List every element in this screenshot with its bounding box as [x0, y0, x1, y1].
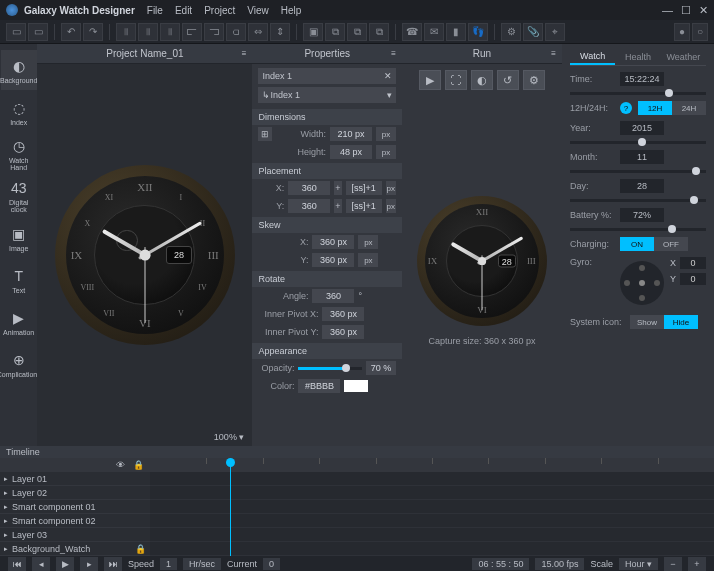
close-button[interactable]: ✕	[699, 4, 708, 17]
layer-row[interactable]: ▸Layer 02	[0, 486, 150, 500]
distribute-v[interactable]: ⇕	[270, 23, 290, 41]
tool-redo[interactable]: ↷	[83, 23, 103, 41]
theme-dark[interactable]: ●	[674, 23, 690, 41]
zoom-out-button[interactable]: −	[664, 557, 682, 571]
skew-y-input[interactable]	[312, 253, 354, 267]
align-top[interactable]: ⫍	[182, 23, 202, 41]
opacity-slider[interactable]	[298, 367, 362, 370]
palette-background[interactable]: ◐Background	[1, 50, 37, 90]
palette-animation[interactable]: ▶Animation	[1, 302, 37, 342]
tool-paste[interactable]: ⧉	[369, 23, 389, 41]
menu-file[interactable]: File	[147, 5, 163, 16]
speed-field[interactable]: 1	[160, 558, 177, 570]
tool-group[interactable]: ▣	[303, 23, 323, 41]
distribute-h[interactable]: ⇔	[248, 23, 268, 41]
layer-row[interactable]: ▸Layer 03	[0, 528, 150, 542]
menu-help[interactable]: Help	[281, 5, 302, 16]
zoom-in-button[interactable]: +	[688, 557, 706, 571]
playhead[interactable]	[230, 458, 231, 556]
section-appearance[interactable]: Appearance	[252, 343, 402, 359]
menu-project[interactable]: Project	[204, 5, 235, 16]
tab-watch[interactable]: Watch	[570, 48, 615, 65]
help-icon[interactable]: ?	[620, 102, 632, 114]
sysicon-hide[interactable]: Hide	[664, 315, 698, 329]
play-button[interactable]: ▶	[419, 70, 441, 90]
height-input[interactable]	[330, 145, 372, 159]
pivot-y-input[interactable]	[322, 325, 364, 339]
align-left[interactable]: ⦀	[116, 23, 136, 41]
index-select[interactable]: Index 1✕	[258, 68, 396, 84]
step-fwd-button[interactable]: ▸	[80, 557, 98, 571]
palette-complications[interactable]: ⊕Complications	[1, 344, 37, 384]
color-swatch[interactable]	[344, 380, 368, 392]
gyro-x[interactable]	[680, 257, 706, 269]
panel-grip-icon[interactable]: ≡	[242, 49, 247, 58]
palette-watch-hand[interactable]: ◷Watch Hand	[1, 134, 37, 174]
minimize-button[interactable]: —	[662, 4, 673, 17]
layer-row[interactable]: ▸Layer 01	[0, 472, 150, 486]
gear-button[interactable]: ⚙	[523, 70, 545, 90]
visibility-icon[interactable]: 👁	[116, 460, 125, 470]
lock-icon[interactable]: 🔒	[133, 460, 144, 470]
tool-new[interactable]: ▭	[6, 23, 26, 41]
current-field[interactable]: 0	[263, 558, 280, 570]
palette-index[interactable]: ◌Index	[1, 92, 37, 132]
opacity-value[interactable]	[366, 361, 396, 375]
skew-x-input[interactable]	[312, 235, 354, 249]
forward-button[interactable]: ⏭	[104, 557, 122, 571]
toggle-12h[interactable]: 12H	[638, 101, 672, 115]
contrast-button[interactable]: ◐	[471, 70, 493, 90]
tab-health[interactable]: Health	[615, 48, 660, 65]
capture-button[interactable]: ⛶	[445, 70, 467, 90]
place-x-input[interactable]	[288, 181, 330, 195]
pivot-x-input[interactable]	[322, 307, 364, 321]
zoom-level[interactable]: 100% ▾	[214, 432, 245, 442]
section-placement[interactable]: Placement	[252, 163, 402, 179]
section-dimensions[interactable]: Dimensions	[252, 109, 402, 125]
lock-ratio-icon[interactable]: ⊞	[258, 127, 272, 141]
tool-battery[interactable]: ▮	[446, 23, 466, 41]
step-back-button[interactable]: ◂	[32, 557, 50, 571]
sysicon-show[interactable]: Show	[630, 315, 664, 329]
align-middle[interactable]: ⫎	[204, 23, 224, 41]
align-center-h[interactable]: ⦀	[138, 23, 158, 41]
charging-on[interactable]: ON	[620, 237, 654, 251]
tool-copy[interactable]: ⧉	[347, 23, 367, 41]
palette-digital-clock[interactable]: 43Digital clock	[1, 176, 37, 216]
index-link[interactable]: ↳ Index 1▾	[258, 87, 396, 103]
day-slider[interactable]	[570, 199, 706, 202]
toggle-24h[interactable]: 24H	[672, 101, 706, 115]
timeline-tracks[interactable]	[150, 458, 714, 556]
rewind-button[interactable]: ⏮	[8, 557, 26, 571]
align-right[interactable]: ⦀	[160, 23, 180, 41]
layer-row[interactable]: ▸Smart component 02	[0, 514, 150, 528]
tool-steps[interactable]: 👣	[468, 23, 488, 41]
play-timeline-button[interactable]: ▶	[56, 557, 74, 571]
layer-row[interactable]: ▸Smart component 01	[0, 500, 150, 514]
tool-phone[interactable]: ☎	[402, 23, 422, 41]
layer-row[interactable]: ▸Background_Watch🔒	[0, 542, 150, 556]
month-slider[interactable]	[570, 170, 706, 173]
battery-slider[interactable]	[570, 228, 706, 231]
tool-open[interactable]: ▭	[28, 23, 48, 41]
tool-undo[interactable]: ↶	[61, 23, 81, 41]
charging-off[interactable]: OFF	[654, 237, 688, 251]
maximize-button[interactable]: ☐	[681, 4, 691, 17]
section-skew[interactable]: Skew	[252, 217, 402, 233]
tool-message[interactable]: ✉	[424, 23, 444, 41]
menu-view[interactable]: View	[247, 5, 269, 16]
align-bottom[interactable]: ⫏	[226, 23, 246, 41]
color-input[interactable]	[298, 379, 340, 393]
tool-attach[interactable]: 📎	[523, 23, 543, 41]
menu-edit[interactable]: Edit	[175, 5, 192, 16]
width-input[interactable]	[330, 127, 372, 141]
time-slider[interactable]	[570, 92, 706, 95]
place-y-input[interactable]	[288, 199, 330, 213]
tool-duplicate[interactable]: ⧉	[325, 23, 345, 41]
year-slider[interactable]	[570, 141, 706, 144]
scale-field[interactable]: Hour ▾	[619, 558, 658, 570]
section-rotate[interactable]: Rotate	[252, 271, 402, 287]
history-button[interactable]: ↺	[497, 70, 519, 90]
watch-face[interactable]: XII III VI IX I II IV V VII VIII X XI 28	[55, 165, 235, 345]
gyro-y[interactable]	[680, 273, 706, 285]
